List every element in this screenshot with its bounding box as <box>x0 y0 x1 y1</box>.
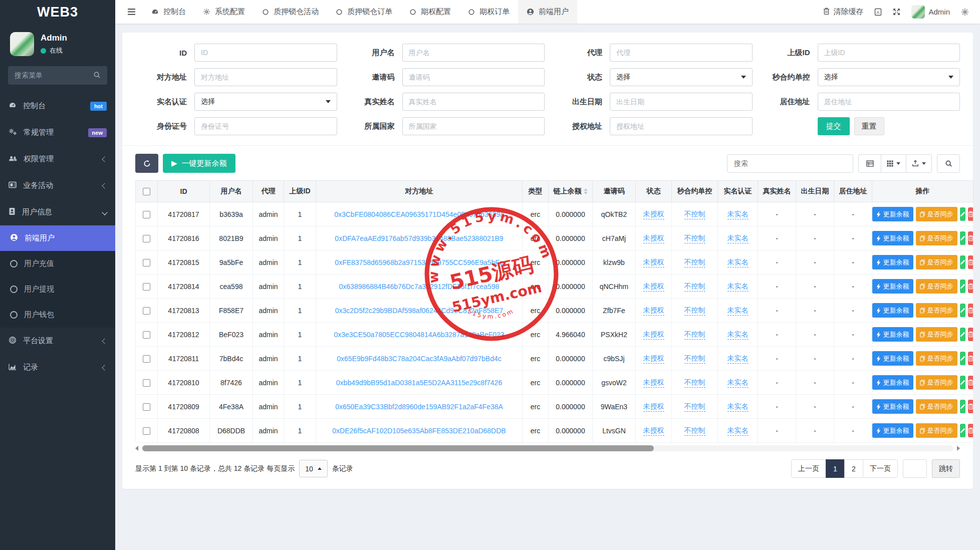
row-checkbox[interactable] <box>143 283 150 291</box>
edit-button[interactable] <box>960 400 965 413</box>
top-tab-stake-orders[interactable]: 质押锁仓订单 <box>327 0 401 24</box>
address-link[interactable]: 0xDE26f5cAF102D105e635Ab8FE853DE210aD68D… <box>332 427 506 435</box>
detail-view-button[interactable] <box>858 154 881 173</box>
select-all-checkbox[interactable] <box>143 188 150 195</box>
filter-input-id[interactable] <box>194 44 337 62</box>
sidebar-item-user-withdraw[interactable]: 用户提现 <box>0 277 115 302</box>
status-link[interactable]: 未授权 <box>643 378 664 388</box>
sidebar-item-user-info[interactable]: 用户信息 <box>0 199 115 225</box>
row-checkbox[interactable] <box>143 355 150 363</box>
filter-input-residence[interactable] <box>818 93 960 111</box>
update-balance-button[interactable]: 更新余额 <box>872 255 913 269</box>
sync-button[interactable]: 是否同步 <box>916 303 957 318</box>
row-checkbox[interactable] <box>143 259 150 266</box>
kyc-link[interactable]: 未实名 <box>727 210 749 219</box>
status-link[interactable]: 未授权 <box>643 330 664 340</box>
filter-input-country[interactable] <box>402 117 545 135</box>
per-page-select[interactable]: 10 <box>299 460 328 477</box>
status-link[interactable]: 未授权 <box>643 234 664 243</box>
row-checkbox[interactable] <box>143 427 150 435</box>
prev-page-button[interactable]: 上一页 <box>791 459 826 478</box>
filter-input-auth-address[interactable] <box>610 117 753 135</box>
edit-button[interactable] <box>960 352 965 365</box>
contract-control-link[interactable]: 不控制 <box>684 354 705 364</box>
col-chain-balance[interactable]: 链上余额 <box>549 181 593 202</box>
sync-button[interactable]: 是否同步 <box>916 207 957 221</box>
update-balance-button[interactable]: 更新余额 <box>872 399 913 414</box>
update-balance-button[interactable]: 更新余额 <box>872 375 913 390</box>
delete-button[interactable] <box>968 424 973 437</box>
columns-button[interactable] <box>881 154 906 173</box>
delete-button[interactable] <box>968 207 973 221</box>
kyc-link[interactable]: 未实名 <box>727 282 749 292</box>
filter-input-birth-date[interactable] <box>610 93 753 111</box>
update-balance-button[interactable]: 更新余额 <box>872 303 913 318</box>
page-1-button[interactable]: 1 <box>826 459 845 478</box>
filter-input-agent[interactable] <box>610 44 753 62</box>
edit-button[interactable] <box>960 207 965 221</box>
export-button[interactable] <box>906 154 932 173</box>
contract-control-link[interactable]: 不控制 <box>684 282 705 292</box>
delete-button[interactable] <box>968 376 973 389</box>
status-link[interactable]: 未授权 <box>643 402 664 412</box>
delete-button[interactable] <box>968 255 973 269</box>
update-balance-button[interactable]: 更新余额 <box>872 231 913 245</box>
edit-button[interactable] <box>960 280 965 293</box>
delete-button[interactable] <box>968 352 973 365</box>
address-link[interactable]: 0xFE83758d65968b2a97153F5e9755CC596E9a5b… <box>335 258 503 266</box>
sidebar-item-frontend-users[interactable]: 前端用户 <box>0 225 115 251</box>
delete-button[interactable] <box>968 328 973 341</box>
filter-input-id-card[interactable] <box>194 117 337 135</box>
contract-control-link[interactable]: 不控制 <box>684 306 705 316</box>
topbar-user[interactable]: Admin <box>911 5 950 19</box>
address-link[interactable]: 0x3e3CE50a7805ECC9804814A6b3287a140aBeF0… <box>334 331 504 339</box>
update-balance-button[interactable]: 更新余额 <box>872 423 913 438</box>
row-checkbox[interactable] <box>143 403 150 411</box>
filter-input-invite-code[interactable] <box>402 68 545 86</box>
delete-button[interactable] <box>968 280 973 293</box>
sidebar-item-dashboard[interactable]: 控制台 hot <box>0 93 115 119</box>
sidebar-item-user-wallet[interactable]: 用户钱包 <box>0 302 115 328</box>
status-link[interactable]: 未授权 <box>643 282 664 292</box>
reset-button[interactable]: 重置 <box>854 117 884 135</box>
contract-control-link[interactable]: 不控制 <box>684 234 705 243</box>
scrollbar-track[interactable] <box>142 445 953 451</box>
edit-button[interactable] <box>960 328 965 341</box>
address-link[interactable]: 0x650Ea39C33Bbf2d8960de159AB92F1a2aF4Fe3… <box>335 403 503 411</box>
delete-button[interactable] <box>968 400 973 413</box>
top-tab-option-config[interactable]: 期权配置 <box>401 0 459 24</box>
sync-button[interactable]: 是否同步 <box>916 279 957 294</box>
submit-button[interactable]: 提交 <box>818 117 850 135</box>
language-icon[interactable]: A <box>874 8 882 16</box>
sync-button[interactable]: 是否同步 <box>916 327 957 342</box>
clear-cache-button[interactable]: 清除缓存 <box>823 7 863 17</box>
kyc-link[interactable]: 未实名 <box>727 402 749 412</box>
sidebar-item-business[interactable]: 业务活动 <box>0 172 115 199</box>
top-tab-option-orders[interactable]: 期权订单 <box>459 0 518 24</box>
hamburger-menu-icon[interactable] <box>120 0 143 24</box>
contract-control-link[interactable]: 不控制 <box>684 426 705 436</box>
sync-button[interactable]: 是否同步 <box>916 255 957 269</box>
scroll-right-icon[interactable] <box>957 446 960 451</box>
delete-button[interactable] <box>968 304 973 317</box>
sidebar-item-permissions[interactable]: 权限管理 <box>0 146 115 172</box>
kyc-link[interactable]: 未实名 <box>727 354 749 364</box>
sidebar-item-platform-settings[interactable]: 平台设置 <box>0 328 115 354</box>
status-link[interactable]: 未授权 <box>643 306 664 316</box>
edit-button[interactable] <box>960 231 965 245</box>
kyc-link[interactable]: 未实名 <box>727 330 749 340</box>
refresh-button[interactable] <box>135 154 158 173</box>
sync-button[interactable]: 是否同步 <box>916 231 957 245</box>
next-page-button[interactable]: 下一页 <box>863 459 898 478</box>
contract-control-link[interactable]: 不控制 <box>684 210 705 219</box>
sync-button[interactable]: 是否同步 <box>916 423 957 438</box>
scroll-left-icon[interactable] <box>135 446 138 451</box>
kyc-link[interactable]: 未实名 <box>727 258 749 267</box>
row-checkbox[interactable] <box>143 211 150 218</box>
status-link[interactable]: 未授权 <box>643 426 664 436</box>
status-link[interactable]: 未授权 <box>643 210 664 219</box>
row-checkbox[interactable] <box>143 235 150 242</box>
contract-control-link[interactable]: 不控制 <box>684 402 705 412</box>
edit-button[interactable] <box>960 304 965 317</box>
filter-input-real-name[interactable] <box>402 93 545 111</box>
